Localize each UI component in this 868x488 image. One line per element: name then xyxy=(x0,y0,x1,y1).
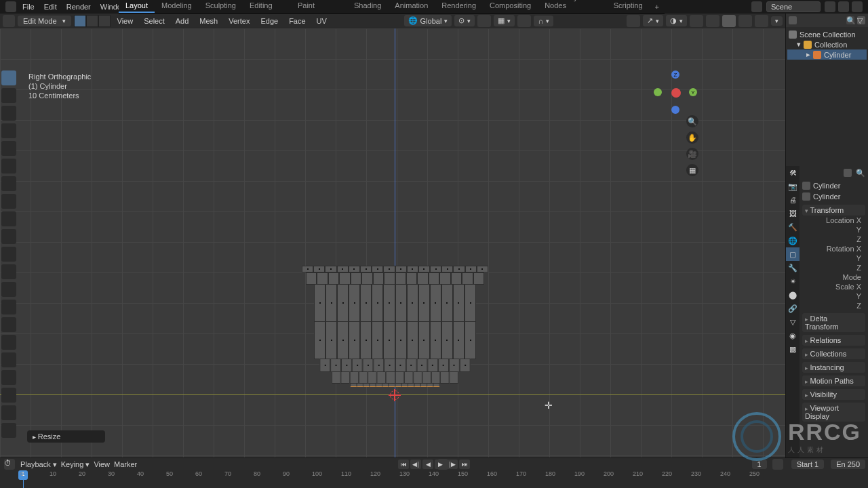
face-select-mode[interactable] xyxy=(98,15,111,27)
camera-icon[interactable]: 🎥 xyxy=(686,148,698,160)
magnify-icon[interactable]: 🔍 xyxy=(686,115,698,127)
shading-options[interactable] xyxy=(771,16,783,26)
viewlayer-new-icon[interactable] xyxy=(838,1,849,12)
tool-smooth[interactable] xyxy=(1,352,16,367)
prop-tab-particles[interactable]: ✴ xyxy=(786,274,800,288)
proportional-edit-toggle[interactable] xyxy=(517,15,531,27)
properties-breadcrumb[interactable]: Cylinder xyxy=(802,180,865,191)
tool-knife[interactable] xyxy=(1,300,16,314)
tool-add-cube[interactable] xyxy=(1,211,16,226)
menu-mesh[interactable]: Mesh xyxy=(195,17,222,25)
tab-rendering[interactable]: Rendering xyxy=(435,0,483,13)
prop-tab-world[interactable]: 🌐 xyxy=(786,234,800,247)
tool-move[interactable] xyxy=(1,106,16,121)
prop-tab-output[interactable]: 🖨 xyxy=(786,193,800,207)
jump-first-icon[interactable]: ⏮ xyxy=(398,460,409,469)
tool-measure[interactable] xyxy=(1,194,16,209)
viewlayer-remove-icon[interactable] xyxy=(852,1,863,12)
menu-uv[interactable]: UV xyxy=(313,17,331,25)
panel-motion-paths[interactable]: Motion Paths xyxy=(802,375,865,386)
field-rotation-mode[interactable]: Mode xyxy=(802,273,865,281)
panel-viewport-display[interactable]: Viewport Display xyxy=(802,403,865,422)
tool-rip[interactable] xyxy=(1,423,16,438)
panel-collections[interactable]: Collections xyxy=(802,348,865,359)
tool-shrink[interactable] xyxy=(1,388,16,403)
tool-edge-slide[interactable] xyxy=(1,370,16,385)
prop-tab-physics[interactable]: ⬤ xyxy=(786,288,800,302)
play-icon[interactable]: ▶ xyxy=(435,460,446,469)
prop-tab-render[interactable]: 📷 xyxy=(786,180,800,193)
orbit-gizmo[interactable]: Y Z xyxy=(654,70,697,114)
shading-rendered-icon[interactable] xyxy=(755,15,768,27)
menu-select[interactable]: Select xyxy=(140,17,169,25)
overlay-toggle[interactable]: ◑ xyxy=(666,15,687,26)
outliner-scene-collection[interactable]: Scene Collection xyxy=(787,30,867,39)
tool-bevel[interactable] xyxy=(1,264,16,279)
outliner-type-icon[interactable] xyxy=(789,16,797,24)
filter-icon[interactable]: ▽ xyxy=(857,16,865,24)
outliner-collection[interactable]: ▾ Collection xyxy=(787,39,867,49)
search-icon[interactable]: 🔍 xyxy=(856,169,865,178)
mode-selector[interactable]: Edit Mode xyxy=(18,16,71,26)
prop-tab-constraints[interactable]: 🔗 xyxy=(786,302,800,315)
gizmo-neg-z[interactable] xyxy=(671,106,679,114)
gizmo-toggle[interactable]: ↗ xyxy=(643,15,663,26)
tool-extrude[interactable] xyxy=(1,229,16,244)
shading-solid-icon[interactable] xyxy=(722,15,736,27)
prop-tab-texture[interactable]: ▩ xyxy=(786,342,800,356)
keyframe-prev-icon[interactable]: ◀| xyxy=(410,460,421,469)
vertex-select-mode[interactable] xyxy=(74,15,86,27)
transform-orientation[interactable]: 🌐Global xyxy=(404,15,452,26)
keyframe-next-icon[interactable]: |▶ xyxy=(447,460,458,469)
menu-playback[interactable]: Playback ▾ xyxy=(20,460,57,469)
tab-geometry-nodes[interactable]: Geometry Nodes xyxy=(538,0,607,13)
edge-select-mode[interactable] xyxy=(86,15,98,27)
prop-tab-scene[interactable]: 🔨 xyxy=(786,220,800,234)
tool-rotate[interactable] xyxy=(1,123,16,138)
proportional-falloff[interactable]: ∩ xyxy=(534,16,553,26)
pivot-point[interactable]: ⊙ xyxy=(454,15,475,26)
3d-viewport[interactable]: Right Orthographic (1) Cylinder 10 Centi… xyxy=(0,28,785,458)
prop-tab-data[interactable]: ▽ xyxy=(786,315,800,329)
menu-marker[interactable]: Marker xyxy=(114,460,137,468)
end-frame-field[interactable]: En 250 xyxy=(831,460,865,469)
tool-cursor[interactable] xyxy=(1,88,16,103)
properties-pin-icon[interactable] xyxy=(844,169,852,177)
tab-animation[interactable]: Animation xyxy=(388,0,435,13)
shading-matprev-icon[interactable] xyxy=(738,15,752,27)
tab-shading[interactable]: Shading xyxy=(347,0,388,13)
panel-delta-transform[interactable]: Delta Transform xyxy=(802,313,865,332)
gizmo-neg-y[interactable] xyxy=(654,88,662,96)
menu-edit[interactable]: Edit xyxy=(39,0,62,14)
menu-file[interactable]: File xyxy=(18,0,39,14)
scene-selector[interactable]: Scene xyxy=(766,1,821,12)
prop-tab-material[interactable]: ◉ xyxy=(786,329,800,342)
gizmo-center[interactable] xyxy=(671,88,681,98)
preview-range-icon[interactable] xyxy=(772,459,783,470)
tool-inset[interactable] xyxy=(1,247,16,262)
snap-toggle[interactable] xyxy=(477,15,491,27)
pan-icon[interactable]: ✋ xyxy=(686,131,698,144)
menu-view[interactable]: View xyxy=(113,17,138,25)
panel-relations[interactable]: Relations xyxy=(802,335,865,346)
xray-toggle[interactable] xyxy=(690,15,703,27)
tab-scripting[interactable]: Scripting xyxy=(607,0,650,13)
tool-scale[interactable] xyxy=(1,141,16,156)
prop-tab-tool[interactable]: 🛠 xyxy=(786,166,800,180)
tool-select-box[interactable] xyxy=(1,70,16,85)
tool-annotate[interactable] xyxy=(1,176,16,191)
viewlayer-browse-icon[interactable] xyxy=(825,1,835,12)
search-icon[interactable]: 🔍 xyxy=(846,16,854,24)
tool-transform[interactable] xyxy=(1,159,16,174)
panel-transform[interactable]: Transform xyxy=(802,205,865,216)
menu-face[interactable]: Face xyxy=(285,17,309,25)
tab-modeling[interactable]: Modeling xyxy=(155,0,199,13)
start-frame-field[interactable]: Start 1 xyxy=(791,460,824,469)
prop-tab-viewlayer[interactable]: 🖼 xyxy=(786,207,800,220)
tool-shear[interactable] xyxy=(1,405,16,420)
panel-visibility[interactable]: Visibility xyxy=(802,389,865,400)
tool-loop-cut[interactable] xyxy=(1,282,16,297)
properties-datablock[interactable]: Cylinder xyxy=(802,191,865,202)
grid-icon[interactable]: ▦ xyxy=(686,164,698,176)
current-frame-field[interactable]: 1 xyxy=(752,460,767,469)
